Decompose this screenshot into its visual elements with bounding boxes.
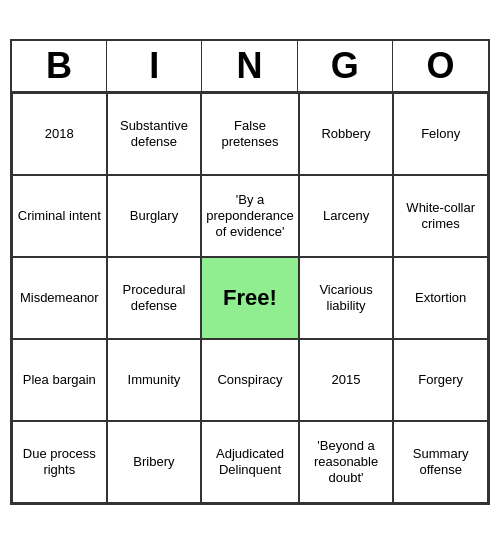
- bingo-cell-12: Free!: [201, 257, 298, 339]
- bingo-cell-4: Felony: [393, 93, 488, 175]
- bingo-cell-22: Adjudicated Delinquent: [201, 421, 298, 503]
- bingo-cell-19: Forgery: [393, 339, 488, 421]
- bingo-cell-24: Summary offense: [393, 421, 488, 503]
- bingo-cell-7: 'By a preponderance of evidence': [201, 175, 298, 257]
- bingo-cell-13: Vicarious liability: [299, 257, 394, 339]
- bingo-cell-8: Larceny: [299, 175, 394, 257]
- bingo-cell-20: Due process rights: [12, 421, 107, 503]
- bingo-cell-17: Conspiracy: [201, 339, 298, 421]
- bingo-cell-16: Immunity: [107, 339, 202, 421]
- bingo-cell-10: Misdemeanor: [12, 257, 107, 339]
- bingo-cell-2: False pretenses: [201, 93, 298, 175]
- bingo-cell-1: Substantive defense: [107, 93, 202, 175]
- bingo-cell-6: Burglary: [107, 175, 202, 257]
- bingo-cell-15: Plea bargain: [12, 339, 107, 421]
- header-letter-b: B: [12, 41, 107, 91]
- header-letter-i: I: [107, 41, 202, 91]
- bingo-cell-18: 2015: [299, 339, 394, 421]
- bingo-cell-0: 2018: [12, 93, 107, 175]
- bingo-card: BINGO 2018Substantive defenseFalse prete…: [10, 39, 490, 505]
- bingo-cell-5: Criminal intent: [12, 175, 107, 257]
- header-letter-g: G: [298, 41, 393, 91]
- bingo-cell-9: White-collar crimes: [393, 175, 488, 257]
- header-letter-n: N: [202, 41, 297, 91]
- bingo-cell-23: 'Beyond a reasonable doubt': [299, 421, 394, 503]
- bingo-cell-21: Bribery: [107, 421, 202, 503]
- header-letter-o: O: [393, 41, 488, 91]
- bingo-header: BINGO: [12, 41, 488, 93]
- bingo-cell-3: Robbery: [299, 93, 394, 175]
- bingo-grid: 2018Substantive defenseFalse pretensesRo…: [12, 93, 488, 503]
- bingo-cell-14: Extortion: [393, 257, 488, 339]
- bingo-cell-11: Procedural defense: [107, 257, 202, 339]
